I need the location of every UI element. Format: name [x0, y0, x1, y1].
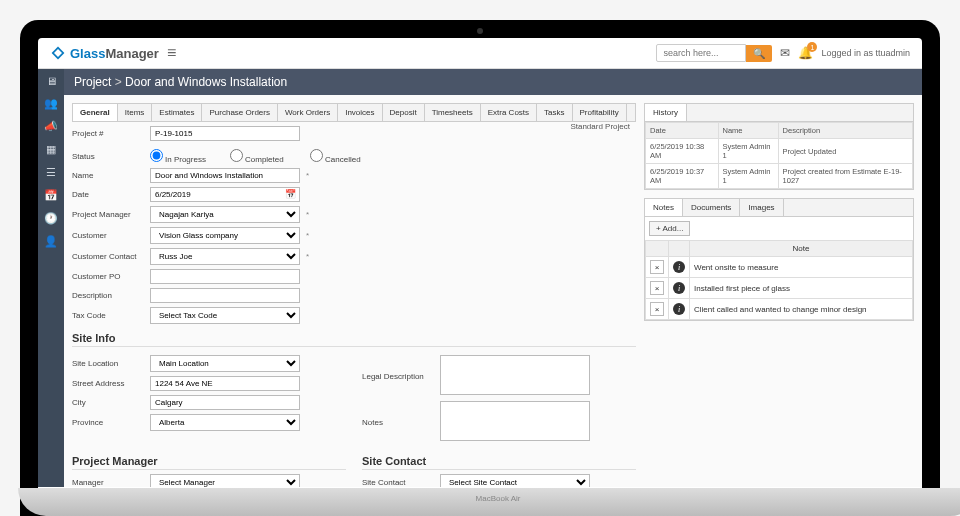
- nav-users-icon[interactable]: 👥: [44, 97, 58, 110]
- delete-note-button[interactable]: ×: [650, 302, 664, 316]
- tab-purchase-orders[interactable]: Purchase Orders: [202, 104, 277, 121]
- add-note-button[interactable]: + Add...: [649, 221, 690, 236]
- pm-label: Project Manager: [72, 210, 144, 219]
- pm-select[interactable]: Nagajan Kariya: [150, 206, 300, 223]
- tab-invoices[interactable]: Invoices: [338, 104, 382, 121]
- tab-general[interactable]: General: [73, 104, 118, 121]
- nav-dashboard-icon[interactable]: 🖥: [46, 75, 57, 87]
- tax-select[interactable]: Select Tax Code: [150, 307, 300, 324]
- desc-input[interactable]: [150, 288, 300, 303]
- nav-announce-icon[interactable]: 📣: [44, 120, 58, 133]
- logo: GlassManager: [50, 45, 159, 61]
- menu-toggle-icon[interactable]: ≡: [167, 44, 176, 62]
- note-row: ×iClient called and wanted to change min…: [646, 299, 913, 320]
- contact-select[interactable]: Russ Joe: [150, 248, 300, 265]
- status-cancelled[interactable]: [310, 149, 323, 162]
- tab-tasks[interactable]: Tasks: [537, 104, 572, 121]
- history-row: 6/25/2019 10:37 AMSystem Admin 1Project …: [646, 164, 913, 189]
- info-icon[interactable]: i: [673, 261, 685, 273]
- po-input[interactable]: [150, 269, 300, 284]
- history-tab[interactable]: History: [645, 104, 687, 121]
- sc-section-heading: Site Contact: [362, 455, 636, 470]
- tab-deposit[interactable]: Deposit: [383, 104, 425, 121]
- status-in-progress[interactable]: [150, 149, 163, 162]
- date-label: Date: [72, 190, 144, 199]
- history-row: 6/25/2019 10:38 AMSystem Admin 1Project …: [646, 139, 913, 164]
- nav-clock-icon[interactable]: 🕐: [44, 212, 58, 225]
- tab-extra-costs[interactable]: Extra Costs: [481, 104, 537, 121]
- top-bar: GlassManager ≡ 🔍 ✉ 🔔1 Logged in as ttuad…: [38, 38, 922, 69]
- site-notes-input[interactable]: [440, 401, 590, 441]
- breadcrumb: Project > Door and Windows Installation: [64, 69, 922, 95]
- project-no-input[interactable]: [150, 126, 300, 141]
- customer-label: Customer: [72, 231, 144, 240]
- nav-person-icon[interactable]: 👤: [44, 235, 58, 248]
- search-box: 🔍: [656, 44, 772, 62]
- po-label: Customer PO: [72, 272, 144, 281]
- info-icon[interactable]: i: [673, 282, 685, 294]
- notifications-icon[interactable]: 🔔1: [798, 46, 813, 60]
- nav-grid-icon[interactable]: ▦: [46, 143, 56, 156]
- delete-note-button[interactable]: ×: [650, 281, 664, 295]
- status-radios: In Progress Completed Cancelled: [150, 149, 382, 164]
- images-tab[interactable]: Images: [740, 199, 783, 216]
- manager-select[interactable]: Select Manager: [150, 474, 300, 487]
- nav-calendar-icon[interactable]: 📅: [44, 189, 58, 202]
- mail-icon[interactable]: ✉: [780, 46, 790, 60]
- contact-label: Customer Contact: [72, 252, 144, 261]
- standard-project-label: Standard Project: [570, 122, 636, 145]
- documents-tab[interactable]: Documents: [683, 199, 740, 216]
- project-tabs: General Items Estimates Purchase Orders …: [72, 103, 636, 122]
- side-nav: 🖥 👥 📣 ▦ ☰ 📅 🕐 👤: [38, 69, 64, 487]
- calendar-icon[interactable]: 📅: [285, 189, 296, 199]
- site-contact-select[interactable]: Select Site Contact: [440, 474, 590, 487]
- login-status: Logged in as ttuadmin: [821, 48, 910, 58]
- street-input[interactable]: [150, 376, 300, 391]
- search-button[interactable]: 🔍: [746, 45, 772, 62]
- status-completed[interactable]: [230, 149, 243, 162]
- tab-timesheets[interactable]: Timesheets: [425, 104, 481, 121]
- province-select[interactable]: Alberta: [150, 414, 300, 431]
- tax-label: Tax Code: [72, 311, 144, 320]
- name-label: Name: [72, 171, 144, 180]
- breadcrumb-current: Door and Windows Installation: [125, 75, 287, 89]
- project-no-label: Project #: [72, 129, 144, 138]
- delete-note-button[interactable]: ×: [650, 260, 664, 274]
- notes-panel: Notes Documents Images + Add... Note ×iW…: [644, 198, 914, 321]
- logo-icon: [50, 45, 66, 61]
- search-input[interactable]: [656, 44, 746, 62]
- history-panel: History DateNameDescription 6/25/2019 10…: [644, 103, 914, 190]
- status-label: Status: [72, 152, 144, 161]
- info-icon[interactable]: i: [673, 303, 685, 315]
- pm-section-heading: Project Manager: [72, 455, 346, 470]
- nav-list-icon[interactable]: ☰: [46, 166, 56, 179]
- legal-desc-input[interactable]: [440, 355, 590, 395]
- breadcrumb-root[interactable]: Project: [74, 75, 111, 89]
- site-info-heading: Site Info: [72, 332, 636, 347]
- tab-estimates[interactable]: Estimates: [152, 104, 202, 121]
- tab-profitability[interactable]: Profitability: [573, 104, 627, 121]
- site-location-select[interactable]: Main Location: [150, 355, 300, 372]
- date-input[interactable]: [150, 187, 300, 202]
- customer-select[interactable]: Vision Glass company: [150, 227, 300, 244]
- city-input[interactable]: [150, 395, 300, 410]
- note-row: ×iWent onsite to measure: [646, 257, 913, 278]
- tab-work-orders[interactable]: Work Orders: [278, 104, 338, 121]
- desc-label: Description: [72, 291, 144, 300]
- name-input[interactable]: [150, 168, 300, 183]
- tab-items[interactable]: Items: [118, 104, 153, 121]
- notes-tab[interactable]: Notes: [645, 199, 683, 216]
- note-row: ×iInstalled first piece of glass: [646, 278, 913, 299]
